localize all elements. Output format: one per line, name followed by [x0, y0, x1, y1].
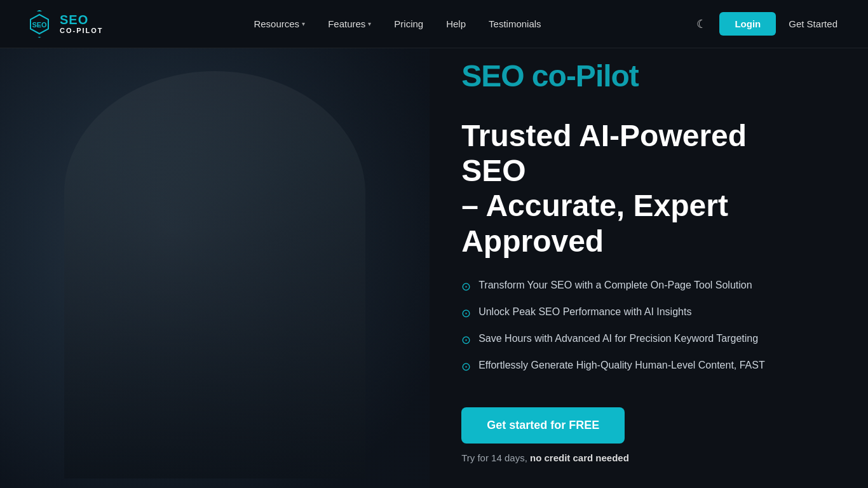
check-icon: ⊙: [461, 358, 471, 376]
nav-actions: ☾ Login Get Started: [691, 12, 843, 36]
nav-features[interactable]: Features ▾: [316, 0, 383, 48]
nav-resources[interactable]: Resources ▾: [242, 0, 316, 48]
logo-text: SEO CO-PILOT: [60, 13, 104, 34]
svg-text:SEO: SEO: [32, 21, 47, 29]
nav-links: Resources ▾ Features ▾ Pricing Help Test…: [242, 0, 552, 48]
hero-headline: Trusted AI-Powered SEO – Accurate, Exper…: [461, 118, 830, 259]
logo-hex-icon: SEO: [25, 10, 53, 38]
dark-mode-toggle[interactable]: ☾: [691, 12, 712, 36]
feature-item-4: ⊙ Effortlessly Generate High-Quality Hum…: [461, 358, 830, 376]
check-icon: ⊙: [461, 332, 471, 349]
feature-item-3: ⊙ Save Hours with Advanced AI for Precis…: [461, 331, 830, 349]
logo-seo-text: SEO: [60, 13, 104, 27]
get-started-nav-button[interactable]: Get Started: [783, 12, 843, 36]
hero-brand-overlay: SEO co-Pilot: [461, 61, 639, 92]
navbar: SEO SEO CO-PILOT Resources ▾ Features ▾ …: [0, 0, 868, 48]
chevron-down-icon: ▾: [368, 20, 371, 27]
nav-help[interactable]: Help: [435, 0, 477, 48]
hero-overlay: [0, 48, 430, 488]
feature-item-2: ⊙ Unlock Peak SEO Performance with AI In…: [461, 304, 830, 322]
hero-content-panel: SEO co-Pilot Trusted AI-Powered SEO – Ac…: [430, 48, 868, 488]
nav-testimonials[interactable]: Testimonials: [477, 0, 553, 48]
feature-item-1: ⊙ Transform Your SEO with a Complete On-…: [461, 278, 830, 295]
hero-features-list: ⊙ Transform Your SEO with a Complete On-…: [461, 278, 830, 384]
nav-pricing[interactable]: Pricing: [383, 0, 435, 48]
hero-image-panel: [0, 48, 430, 488]
chevron-down-icon: ▾: [302, 20, 305, 27]
check-icon: ⊙: [461, 305, 471, 322]
trial-note: Try for 14 days, no credit card needed: [461, 452, 830, 463]
logo-link[interactable]: SEO SEO CO-PILOT: [25, 10, 104, 38]
check-icon: ⊙: [461, 278, 471, 295]
logo-svg: SEO: [29, 13, 50, 35]
moon-icon: ☾: [696, 18, 707, 30]
login-button[interactable]: Login: [719, 12, 776, 36]
hero-section: SEO co-Pilot Trusted AI-Powered SEO – Ac…: [0, 0, 868, 488]
logo-copilot-text: CO-PILOT: [60, 27, 104, 34]
hero-cta-button[interactable]: Get started for FREE: [461, 407, 625, 444]
